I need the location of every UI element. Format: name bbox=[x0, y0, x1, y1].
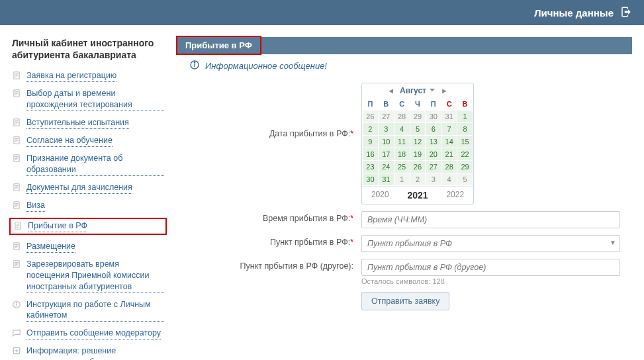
calendar[interactable]: ◄ Август ► ПВСЧПСВ 262728293031123456789… bbox=[361, 83, 474, 204]
arrival-point-select[interactable] bbox=[361, 235, 620, 252]
sidebar-link[interactable]: Признание документа об образовании bbox=[26, 153, 164, 176]
cal-day[interactable]: 2 bbox=[363, 123, 379, 136]
sidebar-link[interactable]: Виза bbox=[26, 200, 45, 212]
info-text: Информационное сообщение! bbox=[205, 61, 327, 71]
sidebar-link[interactable]: Заявка на регистрацию bbox=[26, 70, 116, 82]
sidebar-item[interactable]: Документы для зачисления bbox=[12, 182, 164, 194]
logout-icon[interactable] bbox=[620, 6, 632, 20]
cal-month[interactable]: Август bbox=[400, 86, 426, 95]
cal-day[interactable]: 26 bbox=[363, 111, 379, 123]
sidebar-item[interactable]: Вступительные испытания bbox=[12, 117, 164, 129]
sidebar-item[interactable]: Выбор даты и времени прохождения тестиро… bbox=[12, 88, 164, 111]
info-icon bbox=[12, 300, 23, 311]
cal-prev-icon[interactable]: ◄ bbox=[385, 87, 397, 95]
sidebar-item[interactable]: Прибытие в РФ bbox=[9, 218, 167, 235]
cal-day[interactable]: 4 bbox=[394, 123, 410, 136]
cal-day[interactable]: 2 bbox=[410, 173, 426, 186]
arrival-point-other-label: Пункт прбытия в РФ (другое): bbox=[189, 259, 361, 271]
sidebar-item[interactable]: Согласие на обучение bbox=[12, 135, 164, 147]
cal-day[interactable]: 8 bbox=[457, 123, 473, 136]
cal-day[interactable]: 7 bbox=[441, 123, 457, 136]
cal-day[interactable]: 4 bbox=[441, 173, 457, 186]
cal-dow: С bbox=[441, 98, 457, 111]
cal-day[interactable]: 3 bbox=[426, 173, 441, 186]
cal-day[interactable]: 29 bbox=[457, 161, 473, 173]
cal-day[interactable]: 23 bbox=[363, 161, 379, 173]
doc-icon bbox=[12, 259, 23, 271]
arrival-point-other-input[interactable] bbox=[361, 259, 620, 276]
cal-day[interactable]: 15 bbox=[457, 136, 473, 148]
cal-day[interactable]: 28 bbox=[394, 111, 410, 123]
sidebar-item[interactable]: Признание документа об образовании bbox=[12, 153, 164, 176]
sidebar-link[interactable]: Вступительные испытания bbox=[26, 117, 129, 129]
cal-day[interactable]: 24 bbox=[378, 161, 394, 173]
cal-day[interactable]: 25 bbox=[394, 161, 410, 173]
cal-day[interactable]: 18 bbox=[394, 148, 410, 161]
chars-left: Осталось символов: 128 bbox=[361, 277, 620, 285]
cal-day[interactable]: 10 bbox=[378, 136, 394, 148]
sidebar-item[interactable]: Размещение bbox=[12, 241, 164, 253]
cal-dow: П bbox=[426, 98, 441, 111]
chevron-down-icon[interactable] bbox=[429, 87, 436, 95]
topbar-title: Личные данные bbox=[534, 7, 614, 19]
doc-icon bbox=[12, 154, 23, 165]
cal-next-icon[interactable]: ► bbox=[438, 87, 451, 95]
sidebar-link[interactable]: Согласие на обучение bbox=[26, 135, 113, 147]
arrival-time-input[interactable] bbox=[361, 211, 620, 228]
cal-day[interactable]: 19 bbox=[410, 148, 426, 161]
sidebar-item[interactable]: Информация: решение технических проблем bbox=[12, 345, 164, 360]
cal-day[interactable]: 26 bbox=[410, 161, 426, 173]
sidebar-item[interactable]: Зарезервировать время посещения Приемной… bbox=[12, 259, 164, 293]
calendar-years: 2020 2021 2022 bbox=[362, 186, 473, 204]
cal-day[interactable]: 5 bbox=[457, 173, 473, 186]
cal-day[interactable]: 21 bbox=[441, 148, 457, 161]
cal-day[interactable]: 28 bbox=[441, 161, 457, 173]
cal-day[interactable]: 31 bbox=[441, 111, 457, 123]
info-message: Информационное сообщение! bbox=[189, 60, 620, 72]
sidebar-link[interactable]: Зарезервировать время посещения Приемной… bbox=[26, 259, 164, 293]
sidebar-link[interactable]: Размещение bbox=[26, 241, 75, 253]
submit-button[interactable]: Отправить заявку bbox=[361, 292, 449, 310]
cal-day[interactable]: 1 bbox=[457, 111, 473, 123]
year-next[interactable]: 2022 bbox=[446, 190, 464, 201]
sidebar-link[interactable]: Отправить сообщение модератору bbox=[26, 328, 161, 339]
cal-day[interactable]: 20 bbox=[426, 148, 441, 161]
sidebar-item[interactable]: Заявка на регистрацию bbox=[12, 70, 164, 82]
year-prev[interactable]: 2020 bbox=[371, 190, 389, 201]
cal-day[interactable]: 27 bbox=[426, 161, 441, 173]
calendar-grid[interactable]: ПВСЧПСВ 26272829303112345678910111213141… bbox=[362, 98, 473, 186]
arrival-time-label: Время прибытия в РФ:* bbox=[189, 211, 361, 223]
cal-day[interactable]: 13 bbox=[426, 136, 441, 148]
chevron-down-icon[interactable]: ▼ bbox=[610, 239, 616, 246]
sidebar-item[interactable]: Виза bbox=[12, 200, 164, 212]
sidebar-link[interactable]: Документы для зачисления bbox=[26, 182, 132, 194]
doc-icon bbox=[12, 71, 23, 82]
cal-day[interactable]: 22 bbox=[457, 148, 473, 161]
cal-dow: С bbox=[394, 98, 410, 111]
cal-day[interactable]: 9 bbox=[363, 136, 379, 148]
cal-day[interactable]: 16 bbox=[363, 148, 379, 161]
cal-day[interactable]: 14 bbox=[441, 136, 457, 148]
sidebar-link[interactable]: Выбор даты и времени прохождения тестиро… bbox=[26, 88, 164, 111]
sidebar-item[interactable]: Инструкция по работе с Личным кабинетом bbox=[12, 299, 164, 322]
cal-day[interactable]: 11 bbox=[394, 136, 410, 148]
doc-icon bbox=[12, 242, 23, 253]
cal-day[interactable]: 5 bbox=[410, 123, 426, 136]
cal-day[interactable]: 27 bbox=[378, 111, 394, 123]
cal-day[interactable]: 3 bbox=[378, 123, 394, 136]
cal-day[interactable]: 12 bbox=[410, 136, 426, 148]
sidebar-link[interactable]: Прибытие в РФ bbox=[28, 220, 87, 232]
sidebar-item[interactable]: Отправить сообщение модератору bbox=[12, 328, 164, 339]
sidebar-link[interactable]: Информация: решение технических проблем bbox=[26, 345, 164, 360]
cal-day[interactable]: 17 bbox=[378, 148, 394, 161]
cal-day[interactable]: 6 bbox=[426, 123, 441, 136]
cal-day[interactable]: 29 bbox=[410, 111, 426, 123]
svg-point-48 bbox=[194, 62, 195, 63]
cal-day[interactable]: 30 bbox=[426, 111, 441, 123]
cal-day[interactable]: 31 bbox=[378, 173, 394, 186]
sidebar-link[interactable]: Инструкция по работе с Личным кабинетом bbox=[26, 299, 164, 322]
cal-dow: Ч bbox=[410, 98, 426, 111]
year-current[interactable]: 2021 bbox=[407, 190, 428, 201]
cal-day[interactable]: 1 bbox=[394, 173, 410, 186]
cal-day[interactable]: 30 bbox=[363, 173, 379, 186]
